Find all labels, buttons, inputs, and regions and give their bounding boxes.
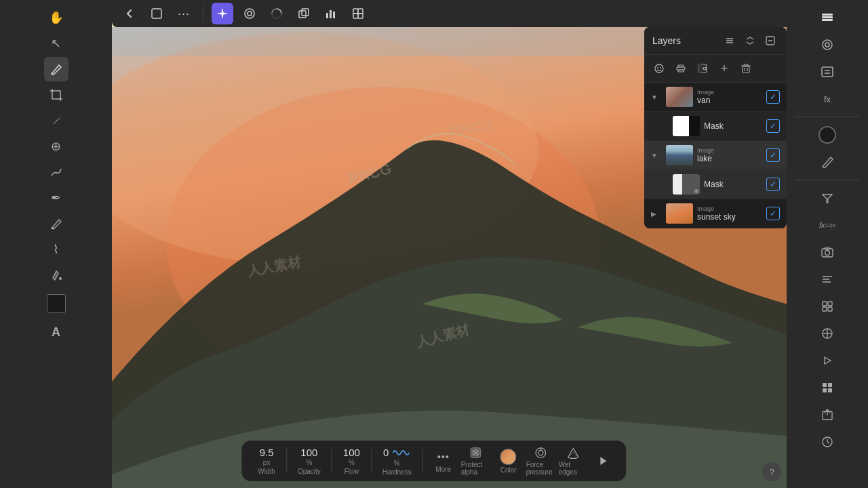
layer-lake-visibility[interactable]: ✓ [766, 148, 780, 162]
layer-van-name: van [697, 96, 766, 105]
right-panel-grid[interactable] [815, 375, 840, 400]
svg-rect-45 [822, 249, 833, 257]
left-sidebar: ✋ ↖ ⟋ ⊕ ✒ ⌇ [0, 0, 112, 488]
layer-smiley[interactable] [650, 59, 669, 78]
right-panel-adjustments[interactable] [815, 60, 840, 84]
svg-rect-54 [828, 307, 832, 311]
tool-wand[interactable]: ⟋ [44, 108, 68, 133]
tool-flow[interactable]: 100 % Flow [338, 447, 366, 475]
tool-width-unit: px [263, 459, 271, 466]
svg-point-46 [825, 251, 830, 256]
arrange-button[interactable] [347, 3, 369, 24]
bottom-toolbar: 9.5 px Width 100 % Opacity 100 % Flow 0 … [241, 441, 626, 481]
right-panel-export[interactable] [815, 403, 840, 427]
layer-mask-icon[interactable] [693, 59, 712, 78]
right-panel-filter[interactable] [815, 186, 840, 210]
svg-line-66 [827, 442, 829, 443]
divider-1 [286, 449, 287, 473]
tool-brush[interactable] [44, 57, 68, 81]
svg-rect-33 [358, 14, 363, 18]
right-panel-paint[interactable] [815, 150, 840, 174]
clone-button[interactable] [293, 3, 315, 24]
svg-rect-59 [828, 383, 832, 387]
svg-rect-26 [302, 9, 309, 16]
right-panel-color[interactable] [815, 123, 840, 147]
svg-point-86 [438, 455, 441, 458]
layer-add[interactable]: + [715, 59, 734, 78]
layer-stack[interactable] [671, 59, 690, 78]
back-button[interactable] [119, 3, 140, 24]
tool-pencil[interactable] [44, 211, 68, 236]
layer-sunset-expand[interactable]: ▶ [651, 210, 662, 218]
tool-liquify[interactable]: ⌇ [44, 237, 68, 262]
svg-rect-42 [822, 67, 833, 77]
tool-pen[interactable]: ✒ [44, 186, 68, 210]
right-panel-arrange[interactable] [815, 294, 840, 319]
layer-lake-sublabel: Image [697, 147, 766, 154]
right-panel-clock[interactable] [815, 430, 840, 454]
layer-lake-mask-visibility[interactable]: ✓ [766, 178, 780, 191]
color-swatch[interactable] [44, 291, 68, 316]
tool-smudge[interactable] [44, 160, 68, 184]
shape-button[interactable] [239, 3, 260, 24]
right-panel-play[interactable] [815, 348, 840, 373]
layers-panel: Layers [644, 27, 787, 228]
svg-rect-52 [828, 302, 832, 306]
layer-sunset-visibility[interactable]: ✓ [766, 207, 780, 220]
tool-hardness[interactable]: 0 % Hardness [377, 446, 417, 476]
tool-pan[interactable]: ✋ [44, 5, 68, 30]
tool-select[interactable]: ↖ [44, 31, 68, 56]
layer-delete[interactable] [736, 59, 755, 78]
layer-sunset-sky[interactable]: ▶ Image sunset sky ✓ [644, 199, 787, 228]
layer-lake-mask[interactable]: Mask ✓ [644, 170, 787, 199]
histogram-button[interactable] [320, 3, 342, 24]
right-panel-brush[interactable] [815, 33, 840, 57]
right-panel-fx2[interactable]: fx 12pt [815, 213, 840, 237]
right-panel-transform[interactable] [815, 321, 840, 346]
svg-rect-51 [823, 302, 827, 306]
hardness-waveform-icon [391, 446, 410, 460]
tool-crop[interactable] [44, 83, 68, 107]
tool-width[interactable]: 9.5 px Width [252, 447, 281, 475]
layers-toolbar: + [644, 55, 787, 83]
right-panel-layers[interactable] [815, 5, 840, 30]
tool-clone[interactable]: ⊕ [44, 134, 68, 159]
tool-paint-bucket[interactable] [44, 263, 68, 287]
tool-opacity[interactable]: 100 % Opacity [292, 447, 326, 475]
layers-expand-all[interactable] [742, 33, 758, 49]
right-panel-camera[interactable] [815, 240, 840, 264]
wet-edges-icon [566, 446, 581, 460]
tool-more-btn[interactable]: More [429, 446, 458, 476]
layers-collapse[interactable] [762, 33, 778, 49]
paint-mode-button[interactable] [212, 3, 233, 24]
layer-van-mask-visibility[interactable]: ✓ [766, 119, 780, 133]
layer-van-visibility[interactable]: ✓ [766, 90, 780, 104]
right-panel-divider [795, 117, 860, 117]
svg-rect-25 [299, 11, 306, 18]
more-button[interactable]: ··· [173, 3, 195, 24]
protect-alpha-btn[interactable]: Protect alpha [461, 446, 491, 476]
play-button[interactable] [591, 449, 616, 473]
layer-lake-expand[interactable]: ▼ [651, 152, 662, 159]
help-button[interactable]: ? [762, 462, 781, 481]
wet-edges-label: Wet edges [559, 461, 589, 476]
wet-edges-btn[interactable]: Wet edges [559, 446, 589, 476]
layers-list-view[interactable] [722, 33, 738, 49]
heal-button[interactable] [266, 3, 288, 24]
layer-lake[interactable]: ▼ Image lake ✓ [644, 141, 787, 170]
tool-color-btn[interactable]: Color [494, 446, 524, 476]
svg-rect-79 [698, 64, 703, 73]
layer-van[interactable]: ▼ Image van ✓ [644, 83, 787, 112]
right-panel-effects[interactable]: fx [815, 87, 840, 111]
layer-lake-mask-info: Mask [704, 180, 766, 189]
tool-text[interactable]: A [44, 320, 68, 344]
layer-van-sublabel: Image [697, 89, 766, 96]
svg-rect-60 [823, 388, 827, 392]
layer-van-mask[interactable]: Mask ✓ [644, 112, 787, 141]
force-pressure-btn[interactable]: Force pressure [526, 446, 556, 476]
canvas-button[interactable] [146, 3, 167, 24]
layer-van-expand[interactable]: ▼ [651, 94, 662, 101]
svg-point-74 [660, 67, 661, 68]
svg-point-88 [446, 455, 449, 458]
right-panel-align[interactable] [815, 267, 840, 291]
